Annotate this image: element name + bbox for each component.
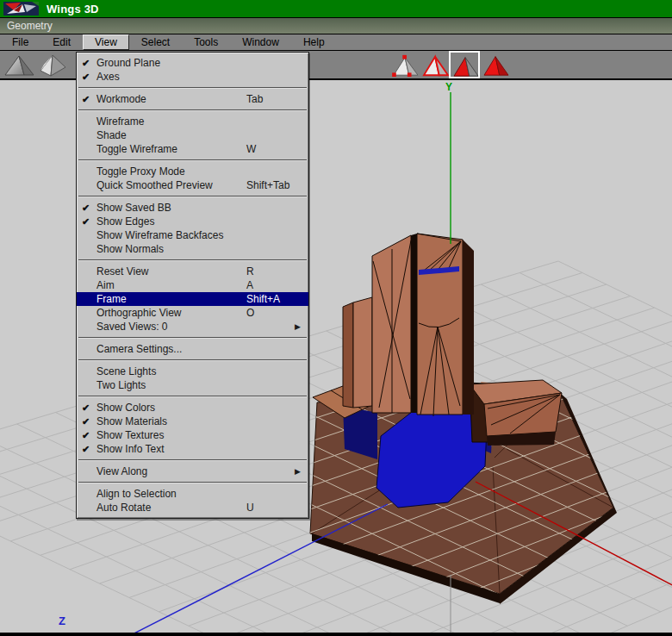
- window-title: Wings 3D: [47, 3, 99, 16]
- view-menu-item-scene-lights[interactable]: Scene Lights: [77, 365, 308, 378]
- menu-separator: [78, 337, 307, 339]
- menu-separator: [78, 359, 307, 361]
- menu-item-label: Ground Plane: [96, 56, 160, 70]
- menu-item-label: Toggle Wireframe: [96, 142, 177, 156]
- select-vertex-mode-button[interactable]: [390, 53, 421, 78]
- menubar-item-tools[interactable]: Tools: [182, 34, 230, 50]
- select-body-mode-button[interactable]: [481, 53, 512, 78]
- flat-shaded-pyramid-icon[interactable]: [4, 53, 35, 78]
- menu-item-label: Workmode: [96, 92, 146, 106]
- menu-separator: [78, 196, 307, 197]
- menu-item-label: Show Wireframe Backfaces: [96, 228, 223, 242]
- check-icon: ✔: [82, 442, 96, 456]
- menu-item-label: Shade: [96, 128, 127, 142]
- view-menu-item-ground-plane[interactable]: ✔Ground Plane: [77, 56, 308, 70]
- view-menu-item-auto-rotate[interactable]: Auto RotateU: [77, 501, 308, 514]
- menu-item-label: Orthographic View: [96, 306, 182, 320]
- check-icon: ✔: [82, 201, 96, 215]
- view-menu-item-workmode[interactable]: ✔WorkmodeTab: [77, 92, 308, 106]
- menubar-item-edit[interactable]: Edit: [40, 34, 83, 50]
- submenu-arrow-icon: ▶: [295, 320, 301, 334]
- view-menu-item-quick-smoothed-preview[interactable]: Quick Smoothed PreviewShift+Tab: [77, 178, 308, 192]
- menu-item-label: Scene Lights: [96, 365, 156, 378]
- viewport-bottom-edge: [0, 633, 672, 636]
- view-menu-item-saved-views-0[interactable]: Saved Views: 0▶: [77, 320, 308, 334]
- view-menu-item-show-info-text[interactable]: ✔Show Info Text: [77, 442, 308, 456]
- menu-item-label: Show Info Text: [96, 442, 165, 456]
- menu-separator: [78, 396, 307, 397]
- view-menu-item-orthographic-view[interactable]: Orthographic ViewO: [77, 306, 308, 320]
- menu-item-label: Aim: [96, 278, 115, 292]
- check-icon: ✔: [82, 428, 96, 442]
- check-icon: ✔: [82, 401, 96, 415]
- menu-separator: [78, 459, 307, 461]
- menubar-item-view[interactable]: View: [83, 34, 129, 50]
- check-icon: ✔: [82, 56, 96, 70]
- menu-item-label: Auto Rotate: [96, 501, 151, 514]
- menu-item-label: Camera Settings...: [96, 342, 182, 356]
- view-menu-item-view-along[interactable]: View Along▶: [77, 465, 308, 478]
- smooth-shaded-pyramid-icon[interactable]: [37, 53, 68, 78]
- menu-bar: FileEditViewSelectToolsWindowHelp: [0, 34, 672, 51]
- menu-item-label: Toggle Proxy Mode: [96, 165, 185, 178]
- view-menu-item-toggle-wireframe[interactable]: Toggle WireframeW: [77, 142, 308, 156]
- view-menu-item-aim[interactable]: AimA: [77, 278, 308, 292]
- menu-item-shortcut: U: [246, 501, 254, 514]
- view-menu-item-show-wireframe-backfaces[interactable]: Show Wireframe Backfaces: [77, 228, 308, 242]
- check-icon: ✔: [82, 70, 96, 84]
- menu-separator: [78, 159, 307, 161]
- view-menu-item-shade[interactable]: Shade: [77, 128, 308, 142]
- menu-item-shortcut: Shift+A: [246, 292, 280, 306]
- menu-item-label: Show Edges: [96, 215, 154, 228]
- view-menu-item-show-normals[interactable]: Show Normals: [77, 242, 308, 256]
- submenu-arrow-icon: ▶: [295, 465, 301, 478]
- view-menu-item-wireframe[interactable]: Wireframe: [77, 115, 308, 128]
- wings3d-window: Wings 3D Geometry FileEditViewSelectTool…: [0, 0, 672, 636]
- view-menu-item-camera-settings[interactable]: Camera Settings...: [77, 342, 308, 356]
- select-face-mode-button[interactable]: [451, 54, 482, 78]
- view-menu-item-show-saved-bb[interactable]: ✔Show Saved BB: [77, 201, 308, 215]
- view-menu-item-show-textures[interactable]: ✔Show Textures: [77, 428, 308, 442]
- view-menu-item-axes[interactable]: ✔Axes: [77, 70, 308, 84]
- z-axis-label: Z: [59, 614, 65, 627]
- view-menu-item-align-to-selection[interactable]: Align to Selection: [77, 487, 308, 501]
- view-menu-item-toggle-proxy-mode[interactable]: Toggle Proxy Mode: [77, 165, 308, 178]
- check-icon: ✔: [82, 215, 96, 228]
- menubar-item-window[interactable]: Window: [230, 34, 291, 50]
- menu-item-label: Align to Selection: [96, 487, 177, 501]
- menu-item-shortcut: R: [246, 265, 254, 278]
- menu-item-shortcut: Tab: [246, 92, 263, 106]
- menu-item-label: Show Materials: [96, 415, 167, 428]
- menubar-item-select[interactable]: Select: [129, 34, 182, 50]
- menu-item-label: Show Colors: [96, 401, 155, 415]
- view-menu-item-frame[interactable]: FrameShift+A: [77, 292, 308, 306]
- menu-item-label: Show Textures: [96, 428, 165, 442]
- menu-separator: [78, 482, 307, 483]
- title-bar: Wings 3D: [0, 0, 672, 17]
- geometry-label: Geometry: [7, 20, 53, 32]
- view-menu-item-show-colors[interactable]: ✔Show Colors: [77, 401, 308, 415]
- menu-item-label: View Along: [96, 465, 147, 478]
- menu-separator: [78, 87, 307, 89]
- menubar-item-file[interactable]: File: [0, 34, 40, 50]
- select-edge-mode-button[interactable]: [420, 53, 451, 78]
- check-icon: ✔: [82, 92, 96, 106]
- menu-item-shortcut: Shift+Tab: [246, 178, 289, 192]
- menu-item-label: Show Saved BB: [96, 201, 171, 215]
- menu-item-shortcut: A: [246, 278, 253, 292]
- geometry-bar: Geometry: [0, 17, 672, 34]
- menu-item-label: Show Normals: [96, 242, 164, 256]
- view-menu-item-reset-view[interactable]: Reset ViewR: [77, 265, 308, 278]
- menubar-item-help[interactable]: Help: [291, 34, 337, 50]
- check-icon: ✔: [82, 415, 96, 428]
- menu-item-shortcut: W: [246, 142, 256, 156]
- menu-separator: [78, 109, 307, 111]
- menu-item-shortcut: O: [246, 306, 254, 320]
- menu-item-label: Two Lights: [96, 378, 146, 392]
- view-menu-item-show-edges[interactable]: ✔Show Edges: [77, 215, 308, 228]
- menu-item-label: Frame: [96, 292, 127, 306]
- view-menu-item-two-lights[interactable]: Two Lights: [77, 378, 308, 392]
- view-menu-panel: ✔Ground Plane✔Axes✔WorkmodeTabWireframeS…: [76, 52, 309, 519]
- view-menu-item-show-materials[interactable]: ✔Show Materials: [77, 415, 308, 428]
- menu-separator: [78, 259, 307, 261]
